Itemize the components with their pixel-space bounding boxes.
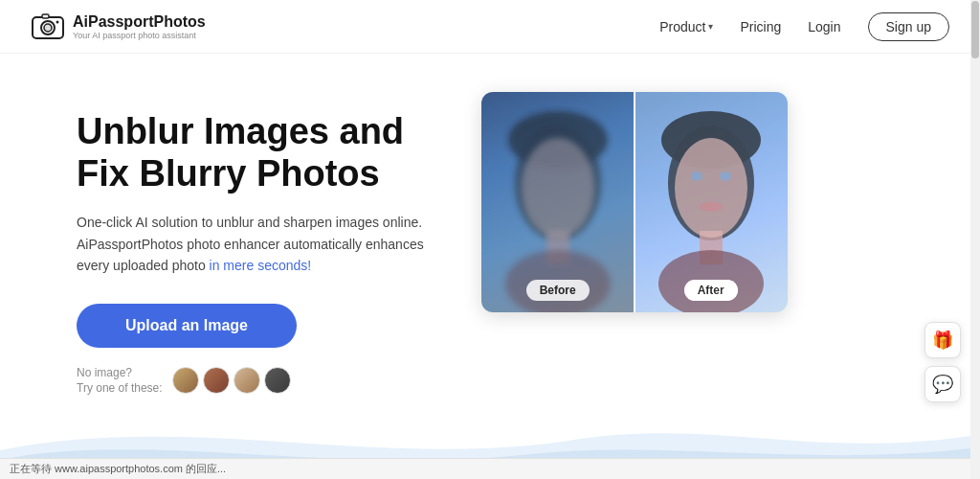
nav-pricing[interactable]: Pricing xyxy=(740,19,781,34)
scrollbar[interactable] xyxy=(970,0,980,479)
svg-point-16 xyxy=(720,171,731,181)
svg-point-2 xyxy=(44,24,52,32)
navbar: AiPassportPhotos Your AI passport photo … xyxy=(0,0,980,54)
signup-button[interactable]: Sign up xyxy=(868,12,949,41)
svg-point-9 xyxy=(522,138,594,238)
main-content: Unblur Images and Fix Blurry Photos One-… xyxy=(0,54,980,397)
browser-status-bar: 正在等待 www.aipassportphotos.com 的回应... xyxy=(0,458,980,479)
hero-left: Unblur Images and Fix Blurry Photos One-… xyxy=(77,102,424,397)
before-panel: Before xyxy=(481,92,635,312)
sample-area: No image? Try one of these: xyxy=(77,365,424,398)
logo-text: AiPassportPhotos Your AI passport photo … xyxy=(73,12,206,41)
svg-point-17 xyxy=(700,202,723,212)
status-text: 正在等待 www.aipassportphotos.com 的回应... xyxy=(10,462,226,476)
before-after-divider xyxy=(634,92,635,312)
scrollbar-thumb[interactable] xyxy=(971,1,979,58)
brand-name: AiPassportPhotos xyxy=(73,12,206,31)
floating-buttons: 🎁 💬 xyxy=(924,322,961,402)
upload-button[interactable]: Upload an Image xyxy=(77,304,297,348)
hero-description: One-click AI solution to unblur and shar… xyxy=(77,212,424,276)
sample-avatar-4[interactable] xyxy=(264,367,291,394)
sample-avatar-3[interactable] xyxy=(234,367,260,394)
sample-images xyxy=(172,367,291,394)
nav-links: Product ▾ Pricing Login Sign up xyxy=(659,12,949,41)
sample-avatar-2[interactable] xyxy=(203,367,230,394)
logo[interactable]: AiPassportPhotos Your AI passport photo … xyxy=(31,10,206,44)
hero-headline: Unblur Images and Fix Blurry Photos xyxy=(77,111,424,194)
camera-icon xyxy=(31,10,65,44)
nav-login[interactable]: Login xyxy=(808,19,840,34)
before-label: Before xyxy=(526,280,590,301)
nav-product[interactable]: Product ▾ xyxy=(659,19,713,34)
after-label: After xyxy=(684,280,738,301)
chevron-down-icon: ▾ xyxy=(708,21,713,32)
before-after-image: Before xyxy=(481,92,788,312)
sample-text: No image? Try one of these: xyxy=(77,365,163,398)
chat-button[interactable]: 💬 xyxy=(924,366,961,402)
svg-point-4 xyxy=(56,20,59,23)
brand-tagline: Your AI passport photo assistant xyxy=(73,31,206,41)
gift-button[interactable]: 🎁 xyxy=(924,322,961,358)
after-panel: After xyxy=(635,92,788,312)
svg-point-15 xyxy=(691,171,702,181)
svg-point-14 xyxy=(675,138,747,238)
sample-avatar-1[interactable] xyxy=(172,367,199,394)
hero-right: Before xyxy=(481,92,788,312)
svg-rect-3 xyxy=(42,14,49,18)
